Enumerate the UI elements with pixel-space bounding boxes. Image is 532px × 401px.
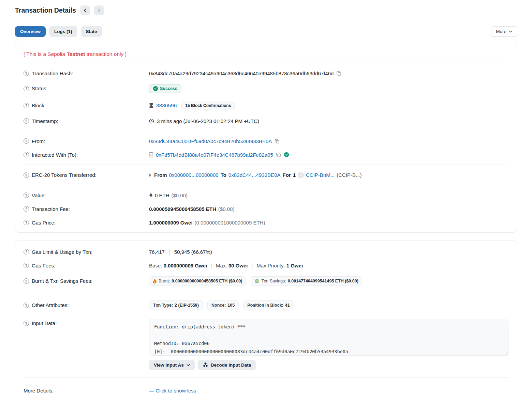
burnt-key: Burnt: [159,279,170,283]
transaction-fee-eth: 0.000050945000458505 ETH [149,206,216,212]
verified-check-icon [284,152,289,157]
question-icon: ? [24,118,29,124]
value-label: Value: [32,192,46,198]
question-icon: ? [24,321,29,326]
page-title: Transaction Details [15,6,76,14]
from-row: ? From: 0x83dC44a4C00DFf69d0A0c7c94B20b5… [24,134,508,148]
position-value: 41 [285,303,290,308]
chevron-left-icon [83,9,87,12]
nonce-key: Nonce: [211,303,226,308]
chevron-down-icon [187,364,190,366]
view-input-as-button[interactable]: View Input As [149,360,195,370]
from-to-section: ? From: 0x83dC44a4C00DFf69d0A0c7c94B20b5… [24,131,508,165]
burnt-savings-row: ? Burnt & Txn Savings Fees: Burnt: 0.000… [24,272,508,290]
txn-type-key: Txn Type: [153,303,173,308]
erc20-token-link[interactable]: CCIP-BnM... [306,172,335,178]
block-confirmations-badge: 15 Block Confirmations [181,101,235,110]
erc20-amount: 1 [293,172,296,178]
burnt-savings-label: Burnt & Txn Savings Fees: [32,278,92,284]
copy-to-address-button[interactable] [276,152,281,157]
max-priority-fee-key: Max Priority: [256,263,285,268]
testnet-notice: [ This is a Sepolia Testnet transaction … [24,43,508,63]
gas-limit-value: 76,417 [149,249,165,255]
txn-type-value: 2 (EIP-1559) [175,303,199,308]
value-fee-section: ? Value: 0 ETH ($0.00) ? Transaction Fee… [24,185,508,232]
copy-from-address-button[interactable] [275,139,280,144]
flame-icon [153,279,157,283]
max-fee-key: Max: [216,263,227,268]
more-details-section: More Details: — Click to show less [24,377,508,401]
gas-price-row: ? Gas Price: 1.000000009 Gwei (0.0000000… [24,216,508,229]
testnet-notice-section: [ This is a Sepolia Testnet transaction … [24,43,508,63]
tab-logs[interactable]: Logs (1) [49,26,77,37]
timestamp-row: ? Timestamp: 3 mins ago (Jul-06-2023 01:… [24,114,508,128]
hash-status-block-section: ? Transaction Hash: 0x843dc70a4a29d79234… [24,63,508,131]
copy-hash-button[interactable] [336,71,341,76]
gas-limit-row: ? Gas Limit & Usage by Txn: 76,417 | 50,… [24,245,508,259]
hourglass-icon [149,103,153,108]
other-attributes-label: Other Attributes: [32,302,69,308]
from-address-link[interactable]: 0x83dC44a4C00DFf69d0A0c7c94B20b53a4933BE… [149,138,272,144]
view-input-as-label: View Input As [154,363,184,368]
status-value: Success [160,86,177,91]
input-data-textarea[interactable]: Function: drip(address token) *** Method… [149,319,508,356]
question-icon: ? [24,172,29,178]
erc20-transfers-row: ? ERC-20 Tokens Transferred: From 0x0000… [24,168,508,182]
tab-overview[interactable]: Overview [15,26,46,37]
token-icon [298,172,304,178]
separator: | [165,249,174,255]
nonce-badge: Nonce: 105 [207,300,239,310]
transaction-hash-value: 0x843dc70a4a29d79234c49a904c363d6c46640a… [149,71,334,76]
more-details-label: More Details: [24,388,54,394]
gas-fees-label: Gas Fees: [32,263,55,268]
input-data-label: Input Data: [32,320,57,326]
copy-icon [336,71,341,76]
interacted-with-label: Interacted With (To): [32,152,78,158]
question-icon: ? [24,152,29,157]
question-icon: ? [24,103,29,108]
question-icon: ? [24,249,29,255]
gas-limit-label: Gas Limit & Usage by Txn: [32,249,92,255]
attributes-input-section: ? Other Attributes: Txn Type: 2 (EIP-155… [24,293,508,377]
erc20-to-address-link[interactable]: 0x83dC44...4933BE0A [228,172,281,178]
interacted-with-row: ? Interacted With (To): 0xFd57b4ddBf88a4… [24,148,508,161]
previous-transaction-button[interactable] [80,5,90,15]
status-badge: Success [149,84,181,93]
erc20-from-address-link[interactable]: 0x000000...00000000 [169,172,219,178]
show-less-link[interactable]: — Click to show less [149,388,196,394]
notice-bold: Testnet [66,51,85,57]
more-label: More [496,29,506,34]
next-transaction-button[interactable] [94,5,104,15]
status-label: Status: [32,86,48,91]
value-usd: ($0.00) [172,192,188,198]
separator: | [248,263,256,268]
gas-usage-value: 50,945 (66.67%) [174,249,212,255]
other-attributes-row: ? Other Attributes: Txn Type: 2 (EIP-155… [24,296,508,314]
chevron-down-icon [509,30,512,33]
to-address-link[interactable]: 0xFd57b4ddBf88a4e07fF4e34C487b99af2Fe82a… [156,152,273,158]
more-dropdown-button[interactable]: More [491,26,517,37]
base-fee-value: 0.000000009 Gwei [164,263,207,268]
status-row: ? Status: Success [24,80,508,97]
txn-savings-value: 0.001477404999541495 ETH ($0.00) [288,279,358,283]
block-number-link[interactable]: 3836596 [156,103,177,109]
gas-price-eth: (0.000000001000000009 ETH) [195,220,265,226]
tab-state[interactable]: State [81,26,102,37]
clock-icon [149,119,154,124]
decode-input-data-button[interactable]: Decode Input Data [198,360,256,370]
txn-savings-badge: $ Txn Savings: 0.001477404999541495 ETH … [251,276,362,286]
base-fee-key: Base: [149,263,162,268]
nonce-value: 105 [227,303,235,308]
max-priority-fee-value: 1 Gwei [286,263,303,268]
chevron-right-icon [97,9,101,12]
eth-diamond-icon [149,193,153,198]
erc20-from-key: From [154,172,167,178]
contract-file-icon [149,152,153,157]
decode-cubes-icon [203,363,208,368]
txn-savings-key: Txn Savings: [261,279,286,283]
max-fee-value: 30 Gwei [228,263,248,268]
block-label: Block: [32,103,46,108]
erc20-token-symbol: (CCIP-B...) [337,172,361,178]
more-details-row: More Details: — Click to show less [24,381,508,401]
transaction-details-page: Transaction Details Overview Logs (1) St… [0,0,532,401]
